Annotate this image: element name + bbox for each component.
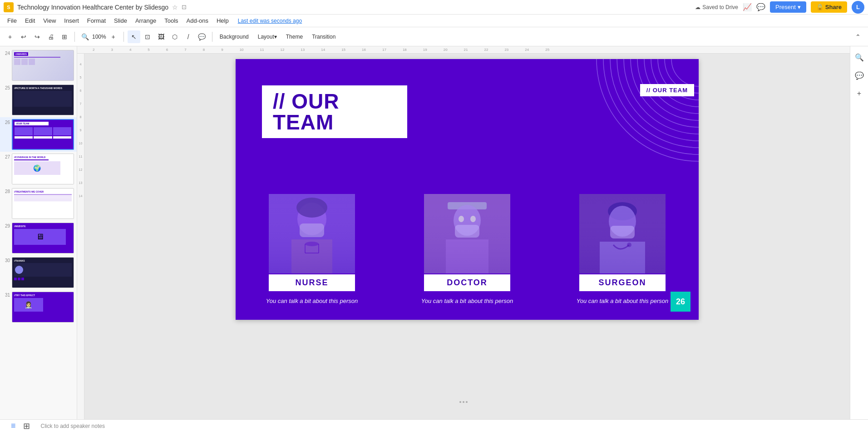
divider-1 [74, 32, 75, 42]
ruler-horizontal: 2 3 4 5 6 7 8 9 10 11 12 13 14 15 16 17 … [77, 46, 850, 54]
top-bar: S Technology Innovation Healthcare Cente… [0, 0, 868, 15]
toolbar-add-group: + ↩ ↪ 🖨 ⊞ [4, 30, 71, 43]
menu-help[interactable]: Help [213, 16, 232, 25]
zoom-out-button[interactable]: 🔍 [79, 30, 91, 43]
chat-icon[interactable]: 💬 [756, 3, 765, 11]
star-icon[interactable]: ☆ [172, 4, 178, 11]
top-right-label[interactable]: // OUR TEAM [640, 84, 694, 96]
cloud-icon: ☁ [695, 4, 700, 10]
surgeon-photo [579, 194, 666, 273]
lock-icon: 🔒 [816, 4, 824, 10]
team-card-nurse[interactable]: NURSE You can talk a bit about this pers… [262, 194, 362, 306]
slide-num-28: 28 [3, 188, 10, 194]
line-tool[interactable]: / [182, 30, 195, 43]
divider-2 [123, 32, 124, 42]
slide-preview-30[interactable]: //THANKS [12, 257, 74, 288]
slide-num-25: 25 [3, 84, 10, 90]
shape-tool[interactable]: ⬡ [168, 30, 181, 43]
slide-preview-31[interactable]: //TRY THIS EFFECT 👩‍⚕️ [12, 292, 74, 323]
filmstrip-view-tab[interactable]: ≡ [9, 421, 18, 431]
menu-format[interactable]: Format [84, 16, 109, 25]
slide-thumb-28[interactable]: 28 //TREATMENTS WE COVER [0, 186, 77, 221]
menu-file[interactable]: File [4, 16, 20, 25]
stats-icon[interactable]: 📈 [743, 3, 752, 11]
nurse-silhouette [269, 194, 355, 273]
present-button[interactable]: Present ▾ [770, 1, 806, 13]
explore-button[interactable]: 🔍 [852, 50, 867, 65]
doc-title: Technology Innovation Healthcare Center … [17, 4, 168, 11]
slide-num-24: 24 [3, 50, 10, 56]
slide-num-26: 26 [3, 119, 10, 125]
team-card-surgeon[interactable]: SURGEON You can talk a bit about this pe… [572, 194, 672, 306]
team-cards: NURSE You can talk a bit about this pers… [262, 194, 672, 306]
doctor-role-label: DOCTOR [424, 274, 510, 291]
toolbar-tools-group: ↖ ⊡ 🖼 ⬡ / 💬 [128, 30, 208, 43]
surgeon-silhouette [579, 194, 666, 273]
slide-thumb-27[interactable]: 27 //COVERAGE IN THE WORLD 🌍 [0, 152, 77, 186]
team-card-doctor[interactable]: DOCTOR You can talk a bit about this per… [417, 194, 517, 306]
redo-button[interactable]: ↪ [31, 30, 44, 43]
slide-thumb-30[interactable]: 30 //THANKS [0, 255, 77, 290]
slide-preview-26[interactable]: //OUR TEAM [12, 119, 74, 150]
collapse-panel-button[interactable]: ⌃ [852, 30, 864, 43]
present-dropdown-icon: ▾ [798, 4, 801, 10]
transition-button[interactable]: Transition [308, 32, 339, 42]
slide-preview-25[interactable]: //PICTURE IS WORTH A THOUSAND WORDS [12, 84, 74, 115]
menu-slide[interactable]: Slide [110, 16, 131, 25]
slide-preview-24[interactable]: //AWARDS [12, 50, 74, 81]
last-edit-link[interactable]: Last edit was seconds ago [238, 18, 302, 24]
doctor-photo [424, 194, 510, 273]
view-tabs: ≡ ⊞ [5, 421, 35, 431]
saved-status: ☁ Saved to Drive [695, 4, 738, 10]
comments-button[interactable]: 💬 [852, 68, 867, 83]
nurse-photo [269, 194, 355, 273]
text-tool[interactable]: ⊡ [141, 30, 154, 43]
print-button[interactable]: 🖨 [44, 30, 57, 43]
slide-thumb-26[interactable]: 26 //OUR TEAM [0, 117, 77, 152]
cursor-tool[interactable]: ↖ [128, 30, 140, 43]
menu-bar: File Edit View Insert Format Slide Arran… [0, 15, 868, 27]
menu-view[interactable]: View [39, 16, 59, 25]
share-button[interactable]: 🔒 Share [811, 1, 847, 13]
svg-point-0 [671, 59, 699, 86]
menu-tools[interactable]: Tools [161, 16, 182, 25]
slides-panel: 24 //AWARDS 25 //PICTURE IS WORTH A TH [0, 46, 77, 419]
slide-thumb-25[interactable]: 25 //PICTURE IS WORTH A THOUSAND WORDS [0, 83, 77, 117]
avatar[interactable]: L [852, 1, 864, 14]
image-tool[interactable]: 🖼 [155, 30, 168, 43]
add-button[interactable]: + [4, 30, 16, 43]
zoom-level: 100% [92, 34, 106, 40]
menu-edit[interactable]: Edit [21, 16, 39, 25]
slide-thumb-31[interactable]: 31 //TRY THIS EFFECT 👩‍⚕️ [0, 290, 77, 324]
slide-thumb-24[interactable]: 24 //AWARDS [0, 48, 77, 83]
surgeon-description: You can talk a bit about this person [577, 297, 668, 306]
speaker-notes-area[interactable]: Click to add speaker notes [41, 423, 863, 429]
nurse-description: You can talk a bit about this person [266, 297, 358, 306]
svg-point-8 [617, 59, 699, 141]
zoom-in-button[interactable]: + [107, 30, 120, 43]
menu-insert[interactable]: Insert [60, 16, 83, 25]
slide-num-27: 27 [3, 154, 10, 159]
slide-preview-29[interactable]: //WEBSITE 🖥 [12, 223, 74, 253]
divider-3 [212, 32, 212, 42]
grid-view-tab[interactable]: ⊞ [21, 421, 32, 431]
slide-preview-28[interactable]: //TREATMENTS WE COVER [12, 188, 74, 219]
comment-tool[interactable]: 💬 [196, 30, 208, 43]
slide-num-30: 30 [3, 257, 10, 263]
menu-arrange[interactable]: Arrange [132, 16, 160, 25]
theme-button[interactable]: Theme [282, 32, 306, 42]
menu-addons[interactable]: Add-ons [183, 16, 212, 25]
slide-num-31: 31 [3, 292, 10, 298]
paint-button[interactable]: ⊞ [58, 30, 71, 43]
slide-title-box[interactable]: // OUR TEAM [262, 85, 407, 138]
slide-thumb-29[interactable]: 29 //WEBSITE 🖥 [0, 221, 77, 255]
layout-button[interactable]: Layout▾ [254, 32, 281, 42]
undo-button[interactable]: ↩ [17, 30, 30, 43]
slide-num-29: 29 [3, 223, 10, 228]
slide-preview-27[interactable]: //COVERAGE IN THE WORLD 🌍 [12, 154, 74, 184]
toolbar-right: ⌃ [852, 30, 864, 43]
add-panel-button[interactable]: + [852, 86, 867, 101]
background-button[interactable]: Background [216, 32, 252, 42]
slide-canvas-wrapper[interactable]: // OUR TEAM // OUR TEAM [236, 59, 699, 320]
toolbar: + ↩ ↪ 🖨 ⊞ 🔍 100% + ↖ ⊡ 🖼 ⬡ / 💬 Backgroun… [0, 27, 868, 46]
